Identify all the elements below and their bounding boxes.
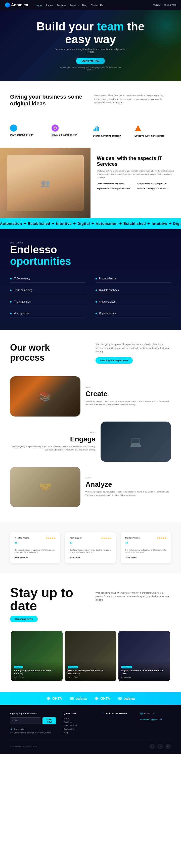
blog-card-1[interactable]: IT Services How Can I Manage IT Services… bbox=[65, 631, 116, 681]
step-3-content: Step 3 Analyze Web designing is a powerf… bbox=[86, 467, 171, 507]
testi-text-2: Our customer once updated has problem, s… bbox=[125, 549, 167, 554]
customer-icon bbox=[134, 124, 142, 131]
hero-sub: Our vast experience, thought leadership … bbox=[53, 48, 128, 53]
opp-cloud-services: Cloud services bbox=[95, 298, 171, 306]
work-process-section: Our work process Web designing is a powe… bbox=[0, 330, 181, 376]
wp-right: Web designing is a powerful step of just… bbox=[95, 343, 171, 364]
step-3-image: 🤝 bbox=[10, 467, 81, 507]
footer-link-blog[interactable]: Blog bbox=[64, 732, 94, 734]
blog-tag-2: Conference bbox=[121, 666, 132, 668]
footer-location-label: Our location: bbox=[14, 728, 25, 730]
blog-grid: Security 5 Easy Ways to Improve Your Web… bbox=[10, 630, 171, 682]
step-1-num: Step 1 bbox=[86, 386, 171, 389]
svg-rect-11 bbox=[118, 697, 122, 700]
partner-balena-2: balena bbox=[118, 696, 135, 701]
steps-section: 📚 Step 1 Create Web designing is a power… bbox=[0, 376, 181, 522]
partners-section: OKTA balena OKTA balena bbox=[0, 692, 181, 705]
it-item-2: Experience to share goals success bbox=[97, 187, 134, 190]
opp-dot bbox=[95, 289, 97, 291]
blog-title-1: How Can I Manage IT Services in Business… bbox=[68, 669, 113, 675]
facebook-button[interactable]: f bbox=[149, 744, 155, 749]
opp-dot bbox=[10, 289, 11, 291]
stay-heading: Stay up to date bbox=[10, 586, 86, 612]
svg-rect-4 bbox=[98, 127, 99, 131]
ideas-section: Giving your business some original ideas… bbox=[0, 81, 181, 120]
testi-author-1: Aerna Bell bbox=[70, 557, 111, 559]
logo[interactable]: Anomica bbox=[5, 2, 28, 7]
partner-okta-2: OKTA bbox=[94, 696, 110, 701]
nav-right: Tollfree: (+23 405 760) bbox=[153, 4, 176, 6]
opp-dot bbox=[10, 301, 11, 303]
quote-mark-1: " bbox=[70, 541, 111, 547]
features-grid: UI/UX creative design → Visual & graphic… bbox=[0, 120, 181, 148]
opp-main-app: Main app data bbox=[10, 309, 86, 317]
svg-rect-2 bbox=[95, 127, 96, 131]
opportunities-section: One Platform Endlesso oportunities IT Co… bbox=[0, 229, 181, 330]
balena-icon-1 bbox=[70, 696, 74, 701]
footer-link-home[interactable]: Home bbox=[64, 717, 94, 720]
customer-arrow: → bbox=[134, 138, 171, 141]
linkedin-button[interactable]: in bbox=[165, 744, 171, 749]
it-image-inner: 👥 bbox=[0, 148, 90, 218]
step-1-desc: Web designing is a powerful step of just… bbox=[86, 400, 171, 406]
footer-link-about[interactable]: About us bbox=[64, 721, 94, 723]
digital-arrow: → bbox=[93, 138, 129, 141]
footer-signup-col: Sign up regular updates! SEND NOW Our lo… bbox=[10, 712, 56, 735]
testi-text-0: Our have discussed every single detail t… bbox=[14, 549, 56, 554]
it-item-3: Innovate create great solutions. bbox=[137, 187, 175, 190]
nav-pages[interactable]: Pages bbox=[46, 4, 53, 7]
opps-heading: Endlesso oportunities bbox=[10, 244, 171, 267]
digital-label: Digital marketing strategy bbox=[93, 134, 129, 137]
ideas-body: We strive to deliver best in class softw… bbox=[94, 94, 171, 104]
blog-overlay-2: Conference Digital Conference Of IT Tech… bbox=[118, 661, 170, 681]
nav-home[interactable]: Home bbox=[36, 4, 42, 7]
footer-link-contact[interactable]: Contact Us bbox=[64, 728, 94, 730]
opp-dot bbox=[95, 278, 97, 279]
okta-icon-2 bbox=[94, 696, 99, 701]
feature-customer: Effective customer support → bbox=[134, 124, 171, 141]
nav-tel: Tollfree: (+23 405 760) bbox=[153, 4, 176, 6]
opp-dot bbox=[10, 278, 11, 279]
footer-phone: +800 123 456789 99 bbox=[106, 712, 127, 715]
testi-card-0: Flexible Theme ★★★★★ " Our have discusse… bbox=[10, 532, 60, 563]
svg-point-7 bbox=[47, 697, 50, 700]
stay-section: Stay up to date Upcoming News Web design… bbox=[0, 574, 181, 630]
stay-cta-button[interactable]: Upcoming News bbox=[10, 616, 38, 622]
it-heading: We deal with the aspects IT Services bbox=[97, 155, 175, 167]
opp-dot bbox=[95, 313, 97, 314]
svg-marker-5 bbox=[135, 125, 141, 131]
nav-contact[interactable]: Contact Us bbox=[91, 4, 103, 7]
navbar: Anomica Home Pages Services Projects Blo… bbox=[0, 0, 181, 10]
blog-card-2[interactable]: Conference Digital Conference Of IT Tech… bbox=[118, 631, 170, 681]
footer-bottom: © 2019 Anomica Advanced Theme f t in bbox=[10, 740, 171, 749]
footer-link-cloud[interactable]: Cloud Services bbox=[64, 724, 94, 726]
stay-right: Web designing is a powerful step of just… bbox=[95, 586, 171, 602]
nav-services[interactable]: Services bbox=[57, 4, 66, 7]
digital-icon bbox=[93, 124, 100, 131]
twitter-button[interactable]: t bbox=[157, 744, 163, 749]
marquee-text: Automation ✦ Established ✦ Intuitive ✦ D… bbox=[0, 222, 181, 226]
it-content: We deal with the aspects IT Services Wel… bbox=[90, 148, 181, 218]
it-item-0: Seize oportunities and spark bbox=[97, 183, 134, 185]
footer-email-input[interactable] bbox=[10, 717, 41, 724]
blog-card-0[interactable]: Security 5 Easy Ways to Improve Your Web… bbox=[11, 631, 63, 681]
balena-icon-2 bbox=[118, 696, 122, 701]
it-body: Well aware of the existing mobile app ma… bbox=[97, 169, 175, 179]
footer-send-button[interactable]: SEND NOW bbox=[42, 717, 56, 724]
footer-links-label: Quick Links bbox=[64, 712, 94, 715]
testi-author-0: John Amanda bbox=[14, 557, 56, 559]
step-3-num: Step 3 bbox=[86, 477, 171, 479]
blog-overlay-1: IT Services How Can I Manage IT Services… bbox=[65, 661, 116, 681]
step-create: 📚 Step 1 Create Web designing is a power… bbox=[0, 376, 181, 416]
nav-blog[interactable]: Blog bbox=[82, 4, 87, 7]
nav-projects[interactable]: Projects bbox=[70, 4, 79, 7]
blog-title-2: Digital Conference Of IT Tech Events in … bbox=[121, 669, 167, 675]
step-1-image: 📚 bbox=[10, 376, 81, 416]
step-3-title: Analyze bbox=[86, 480, 171, 489]
opp-it-consultancy: IT Consultancy bbox=[10, 275, 86, 283]
footer-email-value: anomica123@gmail.com bbox=[140, 719, 162, 721]
hero-cta-button[interactable]: Start Free Trial bbox=[76, 58, 105, 64]
opp-big-data: Big data analytics bbox=[95, 286, 171, 294]
wp-cta-button[interactable]: Learning Starting Process bbox=[95, 357, 133, 364]
step-2-content: Step 2 Engage Web designing is a powerfu… bbox=[10, 422, 95, 462]
